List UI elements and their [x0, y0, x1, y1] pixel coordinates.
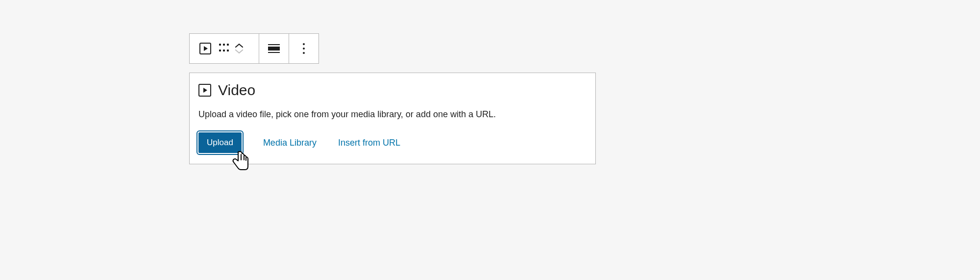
more-vertical-icon	[303, 43, 305, 54]
toolbar-group-block	[190, 34, 259, 63]
video-icon	[198, 84, 211, 97]
align-icon	[268, 44, 280, 53]
upload-button[interactable]: Upload	[198, 132, 242, 153]
move-down-button[interactable]	[235, 49, 244, 54]
placeholder-actions: Upload Media Library Insert from URL	[198, 132, 587, 153]
drag-handle-icon	[219, 44, 229, 53]
insert-from-url-button[interactable]: Insert from URL	[338, 138, 400, 148]
toolbar-group-more	[289, 34, 318, 63]
video-block-icon	[199, 43, 211, 54]
block-type-button[interactable]	[196, 34, 215, 63]
block-toolbar	[189, 33, 319, 64]
placeholder-header: Video	[198, 82, 587, 99]
align-button[interactable]	[259, 34, 289, 63]
drag-handle-button[interactable]	[215, 34, 233, 63]
video-block-placeholder: Video Upload a video file, pick one from…	[189, 73, 596, 164]
placeholder-description: Upload a video file, pick one from your …	[198, 109, 587, 120]
move-up-button[interactable]	[235, 43, 244, 49]
placeholder-title: Video	[218, 82, 255, 99]
toolbar-group-align	[259, 34, 289, 63]
more-options-button[interactable]	[289, 34, 318, 63]
media-library-button[interactable]: Media Library	[263, 138, 317, 148]
move-buttons	[233, 43, 245, 54]
